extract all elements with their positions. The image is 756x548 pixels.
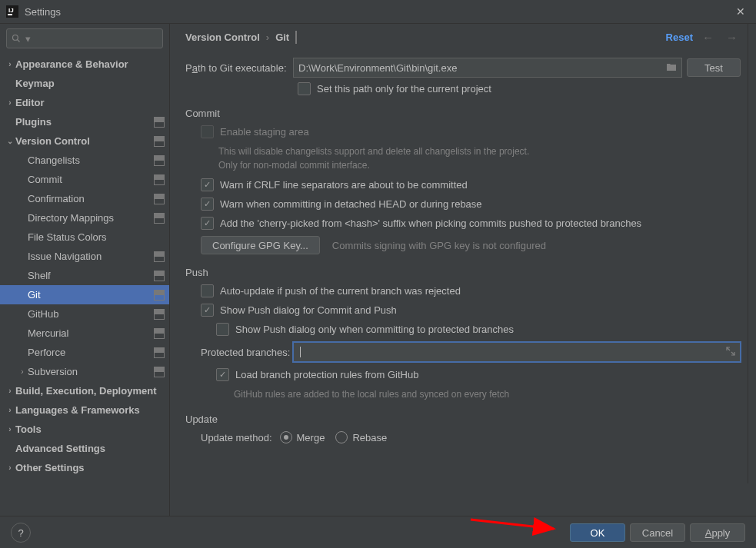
- path-label: Path to Git executable:: [185, 62, 293, 74]
- forward-icon[interactable]: →: [723, 31, 741, 44]
- breadcrumb-root[interactable]: Version Control: [185, 32, 260, 43]
- sidebar: ▾ ›Appearance & BehaviorKeymap›EditorPlu…: [0, 24, 170, 516]
- sidebar-item-keymap[interactable]: Keymap: [0, 74, 169, 93]
- sidebar-item-label: Issue Navigation: [28, 251, 154, 262]
- sidebar-item-appearance-behavior[interactable]: ›Appearance & Behavior: [0, 55, 169, 74]
- warn-detached-label: Warn when committing in detached HEAD or…: [220, 198, 482, 210]
- sidebar-item-version-control[interactable]: ⌄Version Control: [0, 131, 169, 151]
- test-button[interactable]: Test: [687, 58, 741, 77]
- close-icon[interactable]: ✕: [731, 5, 750, 18]
- help-button[interactable]: ?: [11, 523, 31, 543]
- chevron-icon: ›: [5, 406, 15, 414]
- scrollbar[interactable]: [748, 24, 756, 483]
- sidebar-item-label: Advanced Settings: [15, 443, 165, 454]
- update-section-title: Update: [185, 413, 741, 425]
- sidebar-item-confirmation[interactable]: Confirmation: [0, 189, 169, 208]
- browse-folder-icon[interactable]: [666, 62, 677, 74]
- chevron-icon: ›: [5, 425, 15, 433]
- sidebar-item-label: Version Control: [15, 135, 154, 147]
- project-scope-icon: [154, 347, 165, 358]
- set-path-only-checkbox[interactable]: [298, 82, 311, 95]
- load-github-label: Load branch protection rules from GitHub: [235, 369, 418, 380]
- sidebar-item-shelf[interactable]: Shelf: [0, 266, 169, 285]
- sidebar-item-issue-navigation[interactable]: Issue Navigation: [0, 247, 169, 266]
- sidebar-item-label: Git: [28, 289, 154, 301]
- back-icon[interactable]: ←: [699, 31, 717, 44]
- sidebar-item-label: Appearance & Behavior: [15, 58, 165, 70]
- update-method-label: Update method:: [201, 432, 272, 443]
- protected-branches-label: Protected branches:: [201, 347, 293, 358]
- merge-radio[interactable]: [280, 431, 292, 443]
- sidebar-item-commit[interactable]: Commit: [0, 170, 169, 189]
- enable-staging-label: Enable staging area: [220, 126, 309, 138]
- show-push-dialog-label: Show Push dialog for Commit and Push: [220, 304, 397, 316]
- project-scope-icon: [154, 174, 165, 185]
- project-scope-icon: [154, 117, 165, 128]
- load-github-checkbox[interactable]: [216, 368, 229, 381]
- settings-tree: ›Appearance & BehaviorKeymap›EditorPlugi…: [0, 53, 169, 516]
- project-badge-icon: [295, 32, 297, 43]
- sidebar-item-mercurial[interactable]: Mercurial: [0, 324, 169, 343]
- sidebar-item-directory-mappings[interactable]: Directory Mappings: [0, 208, 169, 228]
- chevron-icon: ›: [5, 60, 15, 68]
- apply-button[interactable]: Apply: [690, 523, 745, 542]
- git-path-input[interactable]: D:\Work\Environment\Git\bin\git.exe: [293, 58, 682, 78]
- sidebar-item-changelists[interactable]: Changelists: [0, 151, 169, 170]
- chevron-icon: ›: [5, 98, 15, 107]
- sidebar-item-label: Other Settings: [15, 462, 165, 473]
- enable-staging-hint: This will disable changelists support an…: [218, 144, 541, 172]
- cancel-button[interactable]: Cancel: [630, 523, 685, 542]
- sidebar-item-label: Confirmation: [28, 193, 154, 204]
- cherry-suffix-checkbox[interactable]: [201, 217, 214, 230]
- window-title: Settings: [25, 6, 731, 18]
- show-push-dialog-checkbox[interactable]: [201, 304, 214, 317]
- sidebar-item-file-status-colors[interactable]: File Status Colors: [0, 228, 169, 247]
- show-push-protected-checkbox[interactable]: [216, 323, 229, 336]
- push-section-title: Push: [185, 267, 741, 278]
- sidebar-item-label: Plugins: [15, 116, 154, 128]
- sidebar-item-subversion[interactable]: ›Subversion: [0, 362, 169, 381]
- configure-gpg-button[interactable]: Configure GPG Key...: [201, 236, 320, 254]
- svg-line-4: [18, 40, 20, 42]
- text-caret-icon: [300, 347, 301, 357]
- sidebar-item-other-settings[interactable]: ›Other Settings: [0, 458, 169, 477]
- project-scope-icon: [154, 309, 165, 320]
- sidebar-item-advanced-settings[interactable]: Advanced Settings: [0, 439, 169, 458]
- search-input[interactable]: ▾: [6, 28, 163, 48]
- gpg-hint: Commits signing with GPG key is not conf…: [332, 240, 546, 251]
- sidebar-item-git[interactable]: Git: [0, 285, 169, 304]
- project-scope-icon: [154, 213, 165, 224]
- load-github-hint: GitHub rules are added to the local rule…: [234, 387, 741, 401]
- sidebar-item-label: Languages & Frameworks: [15, 404, 165, 416]
- chevron-icon: ›: [17, 367, 28, 376]
- project-scope-icon: [154, 271, 165, 281]
- sidebar-item-tools[interactable]: ›Tools: [0, 420, 169, 439]
- sidebar-item-label: Build, Execution, Deployment: [15, 385, 165, 397]
- sidebar-item-label: Tools: [15, 423, 165, 435]
- auto-update-checkbox[interactable]: [201, 284, 214, 297]
- sidebar-item-build-execution-deployment[interactable]: ›Build, Execution, Deployment: [0, 381, 169, 400]
- expand-field-icon[interactable]: [726, 347, 735, 358]
- warn-detached-checkbox[interactable]: [201, 198, 214, 211]
- sidebar-item-languages-frameworks[interactable]: ›Languages & Frameworks: [0, 400, 169, 420]
- ok-button[interactable]: OK: [570, 523, 625, 542]
- sidebar-item-github[interactable]: GitHub: [0, 304, 169, 324]
- reset-link[interactable]: Reset: [666, 32, 693, 43]
- svg-rect-1: [8, 14, 12, 15]
- sidebar-item-label: Keymap: [15, 78, 165, 89]
- sidebar-item-editor[interactable]: ›Editor: [0, 93, 169, 112]
- enable-staging-checkbox[interactable]: [201, 125, 214, 138]
- sidebar-item-plugins[interactable]: Plugins: [0, 112, 169, 131]
- cherry-suffix-label: Add the 'cherry-picked from <hash>' suff…: [220, 218, 641, 229]
- content-area: Version Control › Git Reset ← → Path to …: [170, 24, 756, 516]
- commit-section-title: Commit: [185, 108, 741, 119]
- sidebar-item-label: Editor: [15, 97, 165, 108]
- project-scope-icon: [154, 251, 165, 262]
- rebase-radio[interactable]: [335, 431, 348, 443]
- show-push-protected-label: Show Push dialog only when committing to…: [235, 324, 514, 335]
- project-scope-icon: [154, 328, 165, 339]
- sidebar-item-perforce[interactable]: Perforce: [0, 343, 169, 362]
- git-path-value: D:\Work\Environment\Git\bin\git.exe: [298, 62, 457, 74]
- warn-crlf-checkbox[interactable]: [201, 178, 214, 191]
- protected-branches-input[interactable]: [293, 342, 741, 362]
